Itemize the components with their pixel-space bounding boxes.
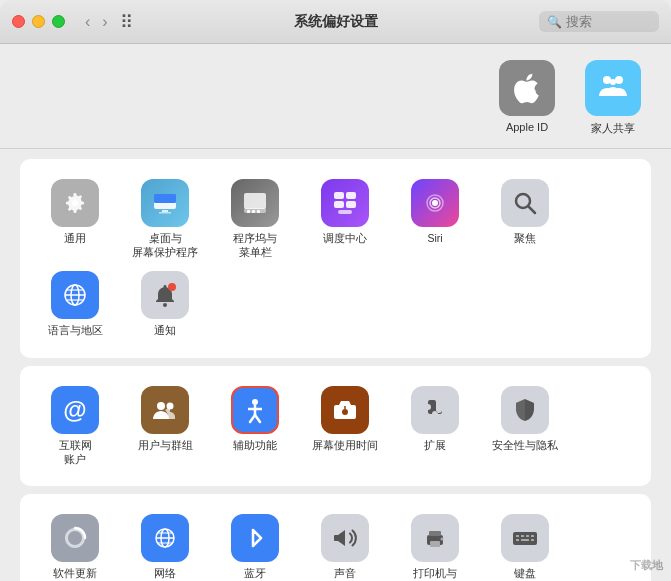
printers-label: 打印机与扫描仪 — [413, 567, 457, 581]
network-icon — [141, 514, 189, 562]
watermark: 下载地 — [630, 558, 663, 573]
svg-point-2 — [610, 79, 616, 85]
svg-line-36 — [255, 415, 260, 422]
svg-point-30 — [157, 402, 165, 410]
nav-buttons: ‹ › — [81, 11, 112, 33]
svg-rect-53 — [516, 539, 519, 541]
svg-rect-54 — [521, 539, 529, 541]
apple-id-item[interactable]: Apple ID — [499, 60, 555, 136]
siri-icon — [411, 179, 459, 227]
pref-dock[interactable]: 程序坞与菜单栏 — [210, 173, 300, 265]
svg-rect-12 — [257, 210, 260, 213]
close-button[interactable] — [12, 15, 25, 28]
top-section: Apple ID 家人共享 — [0, 44, 671, 149]
pref-accessibility[interactable]: 辅助功能 — [210, 380, 300, 472]
svg-rect-7 — [159, 212, 171, 214]
svg-rect-51 — [526, 535, 529, 537]
section-3: 软件更新 网络 — [20, 494, 651, 581]
section-1: 通用 桌面与屏幕保护程序 — [20, 159, 651, 358]
svg-point-47 — [441, 538, 444, 541]
svg-rect-14 — [346, 192, 356, 199]
extensions-label: 扩展 — [424, 439, 446, 453]
svg-rect-6 — [162, 210, 168, 212]
svg-point-20 — [432, 200, 438, 206]
pref-internet[interactable]: @ 互联网账户 — [30, 380, 120, 472]
search-box[interactable]: 🔍 — [539, 11, 659, 32]
notifications-icon — [141, 271, 189, 319]
sections-container: 通用 桌面与屏幕保护程序 — [0, 149, 671, 581]
mission-label: 调度中心 — [323, 232, 367, 246]
pref-mission[interactable]: 调度中心 — [300, 173, 390, 265]
extensions-icon — [411, 386, 459, 434]
back-button[interactable]: ‹ — [81, 11, 94, 33]
screentime-icon — [321, 386, 369, 434]
pref-language[interactable]: 语言与地区 — [30, 265, 120, 344]
sound-icon — [321, 514, 369, 562]
keyboard-label: 键盘 — [514, 567, 536, 581]
sound-label: 声音 — [334, 567, 356, 581]
titlebar: ‹ › ⠿ 系统偏好设置 🔍 — [0, 0, 671, 44]
software-label: 软件更新 — [53, 567, 97, 581]
window-title: 系统偏好设置 — [294, 13, 378, 31]
svg-point-28 — [163, 303, 167, 307]
family-sharing-item[interactable]: 家人共享 — [585, 60, 641, 136]
svg-point-37 — [342, 409, 348, 415]
pref-general[interactable]: 通用 — [30, 173, 120, 265]
pref-desktop[interactable]: 桌面与屏幕保护程序 — [120, 173, 210, 265]
mission-icon — [321, 179, 369, 227]
svg-rect-17 — [338, 210, 352, 214]
general-label: 通用 — [64, 232, 86, 246]
pref-printers[interactable]: 打印机与扫描仪 — [390, 508, 480, 581]
pref-keyboard[interactable]: 键盘 — [480, 508, 570, 581]
pref-notifications[interactable]: 通知 — [120, 265, 210, 344]
accessibility-icon — [231, 386, 279, 434]
pref-network[interactable]: 网络 — [120, 508, 210, 581]
apple-id-label: Apple ID — [506, 121, 548, 133]
fullscreen-button[interactable] — [52, 15, 65, 28]
forward-button[interactable]: › — [98, 11, 111, 33]
spotlight-label: 聚焦 — [514, 232, 536, 246]
section-2: @ 互联网账户 用户与群组 — [20, 366, 651, 486]
family-sharing-label: 家人共享 — [591, 121, 635, 136]
pref-users[interactable]: 用户与群组 — [120, 380, 210, 472]
search-input[interactable] — [566, 14, 646, 29]
language-label: 语言与地区 — [48, 324, 103, 338]
svg-rect-10 — [247, 210, 250, 213]
search-icon: 🔍 — [547, 15, 562, 29]
svg-rect-48 — [513, 532, 537, 545]
bluetooth-icon — [231, 514, 279, 562]
svg-rect-46 — [430, 541, 440, 547]
siri-label: Siri — [427, 232, 442, 246]
screentime-label: 屏幕使用时间 — [312, 439, 378, 453]
pref-bluetooth[interactable]: 蓝牙 — [210, 508, 300, 581]
svg-rect-45 — [429, 531, 441, 536]
pref-spotlight[interactable]: 聚焦 — [480, 173, 570, 265]
desktop-label: 桌面与屏幕保护程序 — [132, 232, 198, 259]
main-content: Apple ID 家人共享 — [0, 44, 671, 581]
grid-view-button[interactable]: ⠿ — [120, 11, 133, 33]
accessibility-label: 辅助功能 — [233, 439, 277, 453]
internet-label: 互联网账户 — [59, 439, 92, 466]
pref-extensions[interactable]: 扩展 — [390, 380, 480, 472]
pref-siri[interactable]: Siri — [390, 173, 480, 265]
printers-icon — [411, 514, 459, 562]
users-label: 用户与群组 — [138, 439, 193, 453]
svg-rect-11 — [252, 210, 255, 213]
pref-security[interactable]: 安全性与隐私 — [480, 380, 570, 472]
svg-rect-5 — [154, 194, 176, 203]
internet-icon: @ — [51, 386, 99, 434]
desktop-icon — [141, 179, 189, 227]
pref-sound[interactable]: 声音 — [300, 508, 390, 581]
network-label: 网络 — [154, 567, 176, 581]
svg-point-29 — [168, 283, 176, 291]
dock-icon — [231, 179, 279, 227]
pref-software[interactable]: 软件更新 — [30, 508, 120, 581]
svg-rect-16 — [346, 201, 356, 208]
pref-screentime[interactable]: 屏幕使用时间 — [300, 380, 390, 472]
minimize-button[interactable] — [32, 15, 45, 28]
svg-rect-55 — [531, 539, 534, 541]
security-icon — [501, 386, 549, 434]
svg-rect-50 — [521, 535, 524, 537]
bluetooth-label: 蓝牙 — [244, 567, 266, 581]
apple-id-icon — [499, 60, 555, 116]
